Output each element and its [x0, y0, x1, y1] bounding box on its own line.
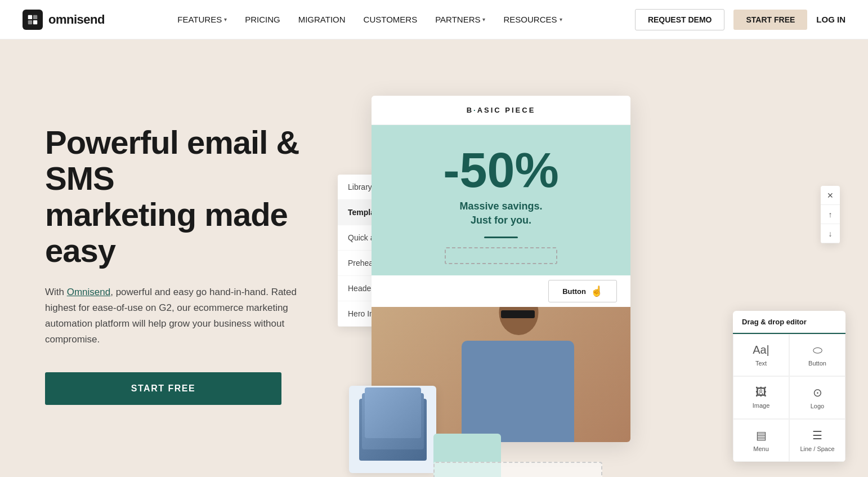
nav-partners[interactable]: PARTNERS ▾: [435, 15, 485, 24]
hero-subtext: With Omnisend, powerful and easy go hand…: [45, 284, 315, 347]
linespace-icon: ☰: [812, 429, 822, 442]
login-button[interactable]: LOG IN: [816, 15, 845, 24]
product-card: [349, 386, 436, 473]
chevron-down-icon: ▾: [224, 16, 227, 23]
email-cta-button[interactable]: Button ☝: [548, 280, 617, 302]
dnd-menu-label: Menu: [753, 445, 769, 452]
promo-divider: [484, 237, 518, 238]
logo-icon-dnd: ⊙: [813, 386, 822, 399]
dnd-editor-panel: Drag & drop editor Aa| Text ⬭ Button 🖼 I…: [733, 311, 845, 462]
chevron-down-icon: ▾: [560, 16, 562, 23]
dnd-logo-item[interactable]: ⊙ Logo: [789, 376, 845, 419]
dnd-logo-label: Logo: [811, 403, 824, 409]
arrow-up-icon[interactable]: ↑: [821, 205, 840, 224]
start-free-nav-button[interactable]: START FREE: [733, 10, 807, 30]
dnd-image-item[interactable]: 🖼 Image: [733, 376, 789, 419]
menu-icon: ▤: [756, 429, 767, 442]
chevron-down-icon: ▾: [482, 16, 485, 23]
hero-illustration: Library Template Quick add Preheader Hea…: [338, 73, 834, 477]
promo-dashed-box: [445, 247, 557, 264]
dnd-linespace-label: Line / Space: [800, 445, 834, 452]
email-brand-header: B·ASIC PIECE: [372, 96, 630, 125]
nav-links: FEATURES ▾ PRICING MIGRATION CUSTOMERS P…: [177, 15, 562, 24]
close-icon[interactable]: ✕: [821, 186, 840, 205]
glasses-shape: [501, 310, 535, 318]
request-demo-button[interactable]: REQUEST DEMO: [635, 9, 725, 30]
hero-content: Powerful email & SMS marketing made easy…: [45, 124, 338, 427]
svg-rect-3: [33, 20, 37, 24]
logo-icon: [23, 10, 43, 30]
svg-rect-1: [33, 15, 37, 19]
jacket-shape: [462, 341, 574, 442]
nav-migration[interactable]: MIGRATION: [298, 15, 346, 24]
controls-panel: ✕ ↑ ↓: [821, 186, 840, 243]
savings-text: Massive savings. Just for you.: [388, 199, 614, 228]
nav-features[interactable]: FEATURES ▾: [177, 15, 227, 24]
navbar: omnisend FEATURES ▾ PRICING MIGRATION CU…: [0, 0, 868, 39]
arrow-down-icon[interactable]: ↓: [821, 224, 840, 243]
cursor-icon: ☝: [590, 285, 603, 297]
jeans-image: [359, 399, 427, 461]
dashed-strip: [433, 462, 602, 477]
button-icon: ⬭: [813, 344, 822, 356]
dnd-image-label: Image: [753, 402, 770, 409]
dnd-linespace-item[interactable]: ☰ Line / Space: [789, 419, 845, 462]
nav-resources[interactable]: RESOURCES ▾: [503, 15, 562, 24]
dnd-button-label: Button: [808, 360, 826, 367]
svg-rect-0: [28, 15, 32, 19]
start-free-hero-button[interactable]: START FREE: [45, 372, 281, 405]
nav-pricing[interactable]: PRICING: [245, 15, 280, 24]
text-icon: Aa|: [753, 344, 769, 356]
dnd-editor-title: Drag & drop editor: [733, 311, 845, 334]
hero-heading: Powerful email & SMS marketing made easy: [45, 124, 338, 268]
nav-customers[interactable]: CUSTOMERS: [364, 15, 418, 24]
email-promo-section: -50% Massive savings. Just for you.: [372, 125, 630, 275]
dnd-text-label: Text: [755, 360, 767, 367]
dnd-menu-item[interactable]: ▤ Menu: [733, 419, 789, 462]
dnd-button-item[interactable]: ⬭ Button: [789, 334, 845, 376]
brand-name: omnisend: [48, 12, 105, 27]
logo-link[interactable]: omnisend: [23, 10, 105, 30]
discount-label: -50%: [388, 145, 614, 195]
svg-rect-2: [28, 20, 32, 24]
image-icon: 🖼: [755, 386, 767, 399]
dnd-grid: Aa| Text ⬭ Button 🖼 Image ⊙ Logo ▤ Me: [733, 334, 845, 462]
omnisend-link[interactable]: Omnisend: [67, 287, 110, 297]
email-button-row: Button ☝: [372, 275, 630, 307]
nav-actions: REQUEST DEMO START FREE LOG IN: [635, 9, 845, 30]
hero-section: Powerful email & SMS marketing made easy…: [0, 39, 868, 477]
dnd-text-item[interactable]: Aa| Text: [733, 334, 789, 376]
